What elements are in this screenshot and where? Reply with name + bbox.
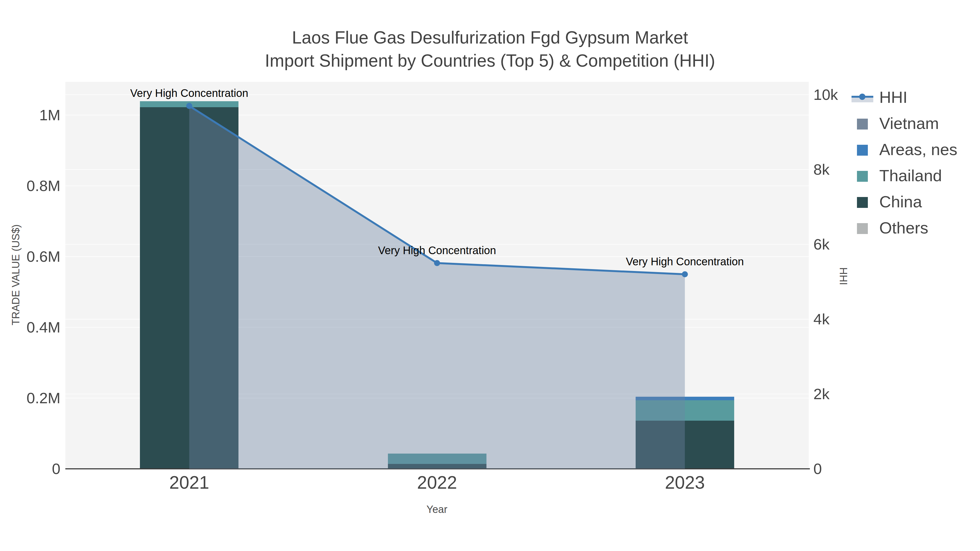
bar-segment-thailand-2021 (140, 101, 239, 107)
y-tick-left-1M: 1M (0, 108, 60, 123)
x-axis-title: Year (426, 504, 447, 514)
legend-item-china[interactable]: China (849, 189, 980, 216)
legend-swatch-icon (857, 171, 868, 182)
y-tick-right-0: 0 (813, 461, 895, 476)
legend-item-thailand[interactable]: Thailand (849, 163, 980, 189)
x-tick-2021: 2021 (140, 473, 238, 491)
y-tick-left-0.6M: 0.6M (0, 249, 60, 264)
annotation-2022: Very High Concentration (328, 245, 546, 256)
legend-item-vietnam[interactable]: Vietnam (849, 111, 980, 137)
bar-segment-areas-nes-2023 (636, 397, 734, 400)
annotation-2021: Very High Concentration (80, 87, 298, 99)
y-tick-right-4k: 4k (813, 311, 895, 327)
bar-segment-china-2021 (140, 107, 239, 469)
y-tick-right-2k: 2k (813, 386, 895, 402)
legend-label: Vietnam (879, 115, 939, 132)
x-tick-2022: 2022 (388, 473, 486, 491)
legend-label: Thailand (879, 167, 942, 184)
legend-swatch-icon (857, 197, 868, 208)
y-axis-title-left: TRADE VALUE (US$) (11, 224, 21, 326)
legend-label: China (879, 193, 922, 211)
chart-canvas: Laos Flue Gas Desulfurization Fgd Gypsum… (0, 0, 980, 551)
legend-label: Others (879, 219, 928, 237)
legend-item-others[interactable]: Others (849, 216, 980, 241)
y-tick-left-0.2M: 0.2M (0, 391, 60, 406)
legend-label: HHI (879, 89, 907, 106)
y-tick-left-0.8M: 0.8M (0, 178, 60, 194)
legend-item-areas-nes[interactable]: Areas, nes (849, 137, 980, 163)
chart-title: Laos Flue Gas Desulfurization Fgd Gypsum… (0, 26, 980, 72)
bar-segment-thailand-2022 (388, 454, 487, 464)
y-tick-left-0: 0 (0, 461, 60, 476)
hhi-marker-dot-icon (859, 94, 865, 100)
bar-segment-thailand-2023 (636, 400, 734, 421)
bar-segment-china-2023 (636, 421, 734, 469)
legend-swatch-icon (857, 223, 868, 234)
annotation-2023: Very High Concentration (576, 256, 794, 267)
x-axis-line (65, 468, 810, 469)
chart-title-line2: Import Shipment by Countries (Top 5) & C… (0, 49, 980, 72)
chart-title-line1: Laos Flue Gas Desulfurization Fgd Gypsum… (0, 26, 980, 49)
hhi-line-swatch-icon (851, 93, 873, 103)
y-axis-title-right: HHI (838, 267, 848, 285)
legend-item-hhi[interactable]: HHI (849, 85, 980, 111)
y-tick-left-0.4M: 0.4M (0, 320, 60, 335)
legend-swatch-icon (857, 119, 868, 130)
legend-label: Areas, nes (879, 141, 958, 158)
x-tick-2023: 2023 (636, 473, 734, 491)
legend-swatch-icon (857, 145, 868, 156)
